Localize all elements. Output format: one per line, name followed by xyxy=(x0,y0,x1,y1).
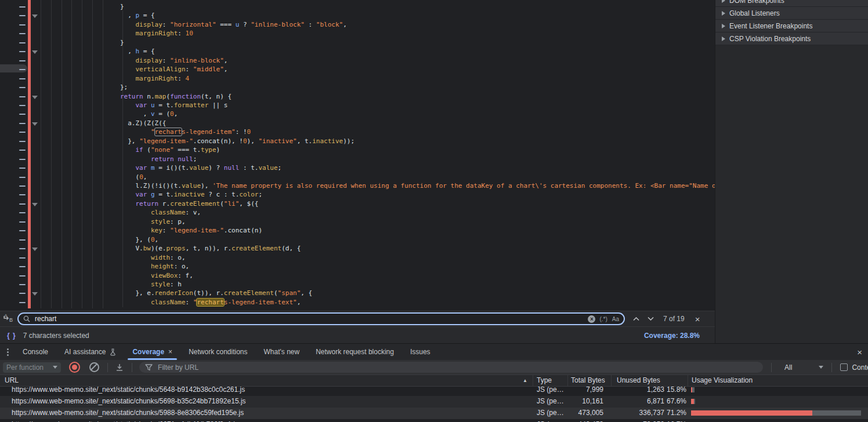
column-header-type[interactable]: Type xyxy=(537,375,552,386)
coverage-table-row[interactable]: https://www.web-memo.site/_next/static/c… xyxy=(0,396,868,408)
line-marker-dash xyxy=(19,114,26,115)
previous-match-button[interactable] xyxy=(633,317,639,321)
code-text: l.Z)(!i()(t.value), 'The name property i… xyxy=(120,181,715,190)
toolbar-divider xyxy=(132,363,132,372)
fold-arrow-icon[interactable] xyxy=(32,292,38,296)
close-drawer-button[interactable]: × xyxy=(857,347,862,357)
source-editor[interactable]: } , p = { display: "horizontal" === u ? … xyxy=(0,0,715,311)
code-line: return n.map(function(t, n) { xyxy=(0,92,715,101)
devtools-window: } , p = { display: "horizontal" === u ? … xyxy=(0,0,868,422)
row-type: JS (pe… xyxy=(537,396,566,407)
code-line: var m = i()(t.value) ? null : t.value; xyxy=(0,163,715,173)
pretty-print-icon[interactable]: { } xyxy=(7,332,16,340)
fold-arrow-icon[interactable] xyxy=(32,50,38,54)
tab-network-request-blocking[interactable]: Network request blocking xyxy=(308,344,402,360)
line-marker-dash xyxy=(19,123,26,124)
code-line: display: "horizontal" === u ? "inline-bl… xyxy=(0,20,715,30)
sort-ascending-icon: ▲ xyxy=(523,375,527,386)
row-unused-bytes: 6,871 xyxy=(611,396,664,407)
toolbar-divider xyxy=(831,363,832,372)
close-find-bar-button[interactable]: × xyxy=(695,315,700,323)
url-filter-input[interactable]: Filter by URL xyxy=(139,362,763,373)
row-url: https://www.web-memo.site/_next/static/c… xyxy=(12,408,244,419)
fold-arrow-icon[interactable] xyxy=(32,122,38,126)
line-marker-dash xyxy=(19,257,26,259)
drawer-tab-bar: ConsoleAI assistanceCoverage×Network con… xyxy=(0,344,868,360)
code-line: V.bw)(e.props, t, n)), r.createElement(d… xyxy=(0,244,715,253)
match-case-toggle[interactable]: Aa xyxy=(612,316,619,322)
code-line: "recharts-legend-item": !0 xyxy=(0,128,715,137)
type-filter-select[interactable]: All xyxy=(784,363,823,372)
more-tools-icon[interactable] xyxy=(7,348,9,356)
fold-arrow-icon[interactable] xyxy=(32,14,38,18)
line-marker-dash xyxy=(19,6,26,8)
line-marker-dash xyxy=(19,96,26,97)
code-text: , v = (0, xyxy=(120,110,178,118)
line-marker-dash xyxy=(19,42,26,43)
row-type: JS (pe… xyxy=(537,408,566,419)
sidebar-section-event-listener-breakpoints[interactable]: Event Listener Breakpoints xyxy=(715,20,868,32)
sidebar-section-csp-violation-breakpoints[interactable]: CSP Violation Breakpoints xyxy=(715,32,868,45)
code-text: V.bw)(e.props, t, n)), r.createElement(d… xyxy=(120,244,301,253)
tab-what-s-new[interactable]: What's new xyxy=(256,344,308,360)
line-marker-dash xyxy=(19,185,26,187)
line-marker-dash xyxy=(19,177,26,178)
code-line: } xyxy=(0,2,715,12)
tab-issues[interactable]: Issues xyxy=(402,344,439,360)
column-header-url[interactable]: URL xyxy=(5,375,19,386)
next-match-button[interactable] xyxy=(648,317,654,321)
fold-arrow-icon[interactable] xyxy=(32,203,38,206)
row-unused-percent: 67.6% xyxy=(666,396,686,407)
sidebar-section-label: Event Listener Breakpoints xyxy=(729,22,812,30)
tab-label: Issues xyxy=(410,348,431,356)
column-header-usage-visualization[interactable]: Usage Visualization xyxy=(692,375,753,386)
line-marker-dash xyxy=(19,275,26,277)
line-marker-dash xyxy=(19,87,26,88)
search-input[interactable]: rechart × (.*) Aa xyxy=(17,312,625,325)
tab-label: Console xyxy=(23,348,48,356)
code-text: display: "horizontal" === u ? "inline-bl… xyxy=(120,20,347,29)
column-header-unused-bytes[interactable]: Unused Bytes xyxy=(617,375,660,386)
coverage-scope-select[interactable]: Per function xyxy=(3,362,61,373)
coverage-table-row[interactable]: https://www.web-memo.site/_next/static/c… xyxy=(0,408,868,419)
fold-arrow-icon[interactable] xyxy=(32,96,38,99)
fold-arrow-icon[interactable] xyxy=(32,248,38,251)
sidebar-section-dom-breakpoints[interactable]: DOM Breakpoints xyxy=(715,0,868,7)
export-download-icon[interactable] xyxy=(115,363,124,372)
code-text: (0, xyxy=(120,173,147,181)
type-filter-label: All xyxy=(784,363,792,372)
line-marker-dash xyxy=(19,33,26,34)
replace-b-glyph: B xyxy=(9,317,13,323)
regex-toggle[interactable]: (.*) xyxy=(599,316,607,322)
code-line: key: "legend-item-".concat(n) xyxy=(0,226,715,235)
clear-coverage-icon[interactable] xyxy=(89,362,99,372)
tab-ai-assistance[interactable]: AI assistance xyxy=(56,344,124,360)
code-text: var u = t.formatter || s xyxy=(120,101,227,110)
row-unused-bytes: 73,952 xyxy=(611,419,664,422)
sidebar-section-global-listeners[interactable]: Global Listeners xyxy=(715,7,868,20)
tab-network-conditions[interactable]: Network conditions xyxy=(180,344,255,360)
content-scripts-checkbox[interactable] xyxy=(840,363,848,371)
row-url: https://www.web-memo.site/_next/static/c… xyxy=(12,396,246,407)
coverage-table-row[interactable]: https://www.web-memo.site/_next/static/c… xyxy=(0,387,868,396)
toolbar-divider xyxy=(107,363,108,372)
tab-close-icon[interactable]: × xyxy=(168,348,172,356)
tab-label: AI assistance xyxy=(64,348,106,356)
column-header-total-bytes[interactable]: Total Bytes xyxy=(571,375,605,386)
row-type: JS (pe… xyxy=(537,387,566,395)
line-marker-dash xyxy=(19,105,26,106)
coverage-percentage-link[interactable]: Coverage: 28.8% xyxy=(644,332,700,340)
tab-coverage[interactable]: Coverage× xyxy=(124,344,180,360)
replace-toggle-icon[interactable]: A B xyxy=(3,314,16,324)
chevron-down-icon xyxy=(53,366,57,369)
clear-search-icon[interactable]: × xyxy=(588,315,595,323)
code-line: if ("none" === t.type) xyxy=(0,145,715,155)
usage-bar-unused xyxy=(691,410,812,416)
code-text: verticalAlign: "middle", xyxy=(120,65,227,74)
tab-label: Network conditions xyxy=(189,348,247,356)
line-marker-dash xyxy=(19,194,26,195)
editor-status-bar: { } 7 characters selected Coverage: 28.8… xyxy=(0,326,715,344)
tab-console[interactable]: Console xyxy=(15,344,56,360)
coverage-table-row[interactable]: https://www.web-memo.site/_next/static/c… xyxy=(0,419,868,422)
record-coverage-button[interactable] xyxy=(69,362,80,373)
